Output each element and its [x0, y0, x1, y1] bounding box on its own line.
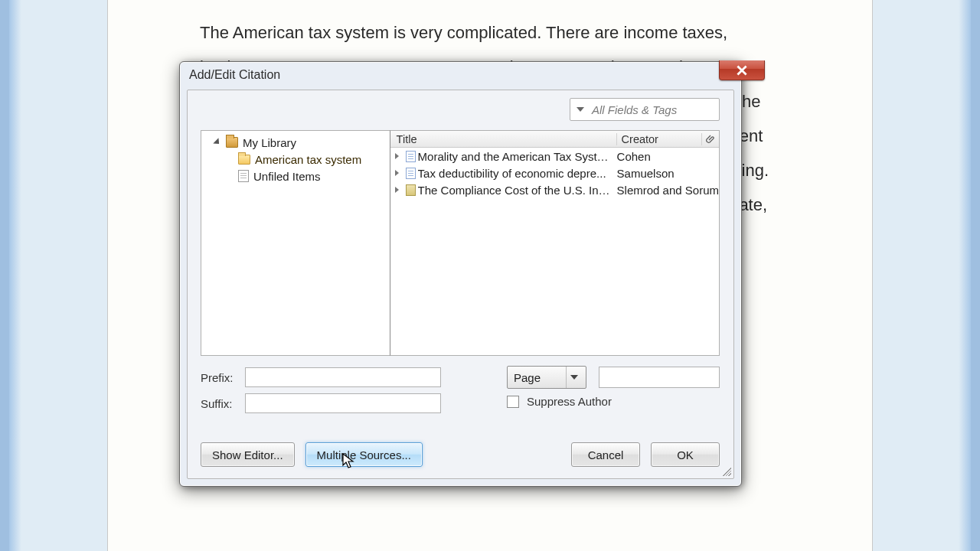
column-title[interactable]: Title — [390, 133, 617, 145]
expand-toggle[interactable] — [390, 153, 404, 159]
library-icon — [226, 137, 238, 148]
suppress-author-checkbox[interactable] — [507, 396, 519, 408]
expand-toggle[interactable] — [390, 170, 404, 176]
item-type-icon — [404, 168, 418, 179]
search-placeholder: All Fields & Tags — [592, 103, 677, 116]
suffix-input[interactable] — [245, 393, 441, 413]
search-row: All Fields & Tags — [188, 90, 733, 130]
attachment-icon — [706, 135, 715, 144]
tree-item-unfiled[interactable]: Unfiled Items — [201, 168, 390, 184]
triangle-right-icon — [395, 187, 399, 193]
disclosure-triangle-icon[interactable] — [213, 138, 221, 146]
prefix-label: Prefix: — [201, 371, 245, 384]
dialog-title: Add/Edit Citation — [189, 68, 280, 82]
search-scope-dropdown-icon[interactable] — [577, 107, 584, 112]
item-list[interactable]: Title Creator Morality and the American … — [390, 130, 720, 356]
search-input[interactable]: All Fields & Tags — [570, 98, 720, 121]
column-creator[interactable]: Creator — [617, 133, 702, 145]
item-row[interactable]: Morality and the American Tax System Coh… — [390, 148, 719, 165]
citation-dialog: Add/Edit Citation All Fields & Tags My L… — [179, 61, 742, 487]
locator-value-input[interactable] — [599, 367, 720, 388]
library-tree[interactable]: My Library American tax system Unfiled I… — [201, 130, 390, 356]
item-title: Tax deductibility of economic depre... — [418, 167, 617, 180]
item-type-icon — [404, 184, 418, 196]
book-icon — [406, 184, 416, 196]
item-row[interactable]: The Compliance Cost of the U.S. Indi... … — [390, 181, 719, 198]
item-creator: Slemrod and Sorum — [617, 184, 719, 197]
item-type-icon — [404, 151, 418, 162]
expand-toggle[interactable] — [390, 187, 404, 193]
tree-item-american-tax-system[interactable]: American tax system — [201, 151, 390, 168]
suffix-label: Suffix: — [201, 397, 245, 410]
triangle-right-icon — [395, 153, 399, 159]
dropdown-arrow — [566, 367, 581, 388]
locator-type-dropdown[interactable]: Page — [507, 366, 586, 389]
unfiled-icon — [238, 170, 249, 182]
close-icon — [737, 65, 747, 76]
multiple-sources-button[interactable]: Multiple Sources... — [305, 442, 423, 467]
tree-item-label: American tax system — [255, 153, 361, 166]
locator-type-value: Page — [514, 371, 541, 384]
prefix-input[interactable] — [245, 367, 441, 387]
column-attachment[interactable] — [702, 135, 719, 144]
dialog-body: All Fields & Tags My Library American ta… — [187, 90, 734, 479]
item-creator: Cohen — [617, 150, 719, 163]
item-creator: Samuelson — [617, 167, 719, 180]
resize-grip[interactable] — [720, 465, 731, 476]
cancel-button[interactable]: Cancel — [571, 442, 640, 467]
close-button[interactable] — [719, 60, 765, 80]
document-icon — [406, 168, 416, 179]
folder-icon — [238, 155, 250, 165]
tree-root-label: My Library — [243, 136, 296, 149]
item-rows: Morality and the American Tax System Coh… — [390, 148, 719, 198]
item-title: Morality and the American Tax System — [418, 150, 617, 163]
dialog-titlebar[interactable]: Add/Edit Citation — [180, 62, 741, 88]
document-icon — [406, 151, 416, 162]
citation-form: Prefix: Suffix: Page Suppress Author — [201, 364, 720, 416]
tree-root-my-library[interactable]: My Library — [201, 134, 390, 151]
show-editor-button[interactable]: Show Editor... — [201, 442, 295, 467]
item-row[interactable]: Tax deductibility of economic depre... S… — [390, 165, 719, 181]
chevron-down-icon — [570, 375, 578, 380]
button-row: Show Editor... Multiple Sources... Cance… — [201, 442, 720, 468]
ok-button[interactable]: OK — [651, 442, 720, 467]
triangle-right-icon — [395, 170, 399, 176]
tree-item-label: Unfiled Items — [253, 170, 321, 183]
column-headers[interactable]: Title Creator — [390, 131, 719, 148]
suppress-author-label: Suppress Author — [527, 395, 612, 408]
item-title: The Compliance Cost of the U.S. Indi... — [418, 184, 617, 197]
lists-area: My Library American tax system Unfiled I… — [201, 130, 720, 356]
